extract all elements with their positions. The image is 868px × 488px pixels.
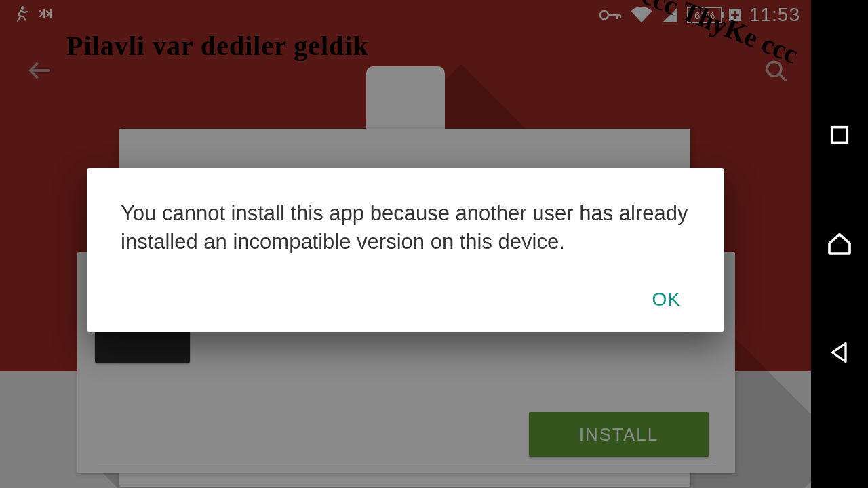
svg-rect-7 xyxy=(832,127,848,142)
home-icon xyxy=(826,230,853,257)
screen: INSTALL xyxy=(0,0,811,488)
home-button[interactable] xyxy=(826,230,853,257)
ok-button-label: OK xyxy=(652,289,681,310)
dialog-message: You cannot install this app because anot… xyxy=(121,199,690,256)
error-dialog: You cannot install this app because anot… xyxy=(87,168,724,332)
ok-button[interactable]: OK xyxy=(643,282,690,317)
recent-apps-button[interactable] xyxy=(828,123,851,146)
square-icon xyxy=(828,123,851,146)
nav-back-button[interactable] xyxy=(827,340,852,365)
system-nav-bar xyxy=(811,0,868,488)
triangle-back-icon xyxy=(827,340,852,365)
